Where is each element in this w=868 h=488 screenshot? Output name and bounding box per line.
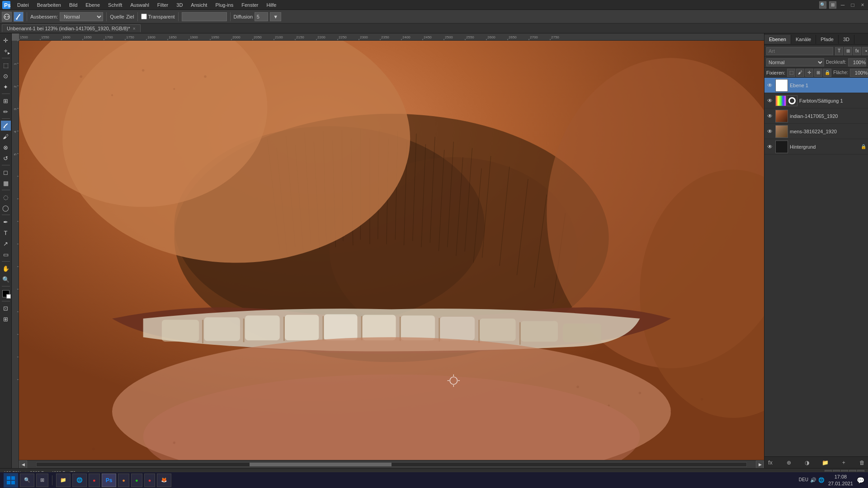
text-tool[interactable]: T [1,228,11,238]
search-icon[interactable]: 🔍 [819,1,826,9]
blend-mode-select[interactable]: Normal [766,58,824,66]
menu-plugins[interactable]: Plug-ins [212,1,237,9]
layer-visibility-ebene1[interactable]: 👁 [766,82,774,89]
tab-kanaele[interactable]: Kanäle [791,35,816,44]
taskbar-app-3[interactable]: ● [118,474,129,487]
layer-delete-button[interactable]: 🗑 [858,459,866,467]
menu-bild[interactable]: Bild [66,1,81,9]
layers-filter-input[interactable] [766,47,833,55]
taskbar-ps-app[interactable]: Ps [102,474,117,487]
layer-visibility-hintergrund[interactable]: 👁 [766,143,774,150]
eyedropper-tool[interactable]: ✏ [1,107,11,117]
canvas-area[interactable] [19,41,764,460]
volume-icon[interactable]: 🔊 [810,477,816,483]
foreground-color[interactable] [2,290,9,297]
tool-preset-picker[interactable] [2,12,12,22]
taskbar-firefox[interactable]: 🦊 [157,474,171,487]
tab-close-button[interactable]: × [133,26,136,31]
lock-move-icon[interactable]: ✛ [805,69,813,77]
history-brush[interactable]: ↺ [1,153,11,163]
crop-tool[interactable]: ⊞ [1,96,11,106]
menu-datei[interactable]: Datei [14,1,33,9]
document-tab[interactable]: Unbenannt-1 bei 123% (indian-1417065_192… [2,24,141,32]
pattern-input[interactable] [182,12,227,21]
menu-ansicht[interactable]: Ansicht [187,1,211,9]
scrollbar-thumb[interactable] [250,463,392,466]
layer-row-hintergrund[interactable]: 👁 Hintergrund 🔒 [764,139,868,155]
brush-tool[interactable]: 🖌 [1,131,11,141]
scrollbar-track[interactable] [36,462,747,467]
transparent-checkbox[interactable] [141,14,147,19]
shape-tool[interactable]: ▭ [1,249,11,259]
tab-ebenen[interactable]: Ebenen [764,35,791,44]
diffusion-value[interactable]: 5 [255,12,268,21]
menu-filter[interactable]: Filter [154,1,172,9]
lock-artboard-icon[interactable]: ⊞ [814,69,822,77]
clone-stamp[interactable]: ⊗ [1,142,11,152]
filter-adjust-icon[interactable]: ⊞ [844,47,852,55]
eraser-tool[interactable]: ◻ [1,167,11,177]
tab-3d[interactable]: 3D [839,35,854,44]
layer-visibility-hue[interactable]: 👁 [766,97,774,104]
tab-pfade[interactable]: Pfade [816,35,839,44]
filter-color-icon[interactable]: ▪ [862,47,868,55]
lasso-tool[interactable]: ⊙ [1,71,11,81]
diffusion-dropdown[interactable]: ▼ [270,12,281,21]
filter-type-icon[interactable]: T [835,47,843,55]
layer-new-button[interactable]: + [840,459,848,467]
lock-draw-icon[interactable]: 🖌 [796,69,804,77]
layer-row-mens[interactable]: 👁 mens-3816224_1920 [764,124,868,139]
mode-select[interactable]: Normal Inhaltsbasiert [60,12,103,21]
background-color[interactable] [6,294,11,299]
blur-tool[interactable]: ◌ [1,192,11,202]
taskbar-task-view[interactable]: ⊞ [36,474,48,487]
screen-mode[interactable]: ⊞ [1,314,11,324]
minimize-button[interactable]: ─ [839,1,846,9]
menu-bearbeiten[interactable]: Bearbeiten [33,1,65,9]
quick-mask-mode[interactable]: ⊡ [1,303,11,313]
gradient-tool[interactable]: ▦ [1,178,11,188]
menu-auswahl[interactable]: Auswahl [127,1,153,9]
scroll-left-button[interactable]: ◀ [19,460,27,469]
path-select-tool[interactable]: ↗ [1,239,11,249]
quick-select-tool[interactable]: ✦ [1,82,11,92]
menu-ebene[interactable]: Ebene [82,1,104,9]
menu-hilfe[interactable]: Hilfe [263,1,280,9]
menu-schrift[interactable]: Schrift [104,1,126,9]
hand-tool[interactable]: ✋ [1,263,11,273]
windows-start-button[interactable] [4,473,18,488]
menu-fenster[interactable]: Fenster [238,1,262,9]
taskbar-search[interactable]: 🔍 [20,474,34,487]
taskbar-file-explorer[interactable]: 📁 [56,474,71,487]
taskbar-clock[interactable]: 17:08 27.01.2021 [828,474,853,487]
brush-settings-icon[interactable] [14,12,24,22]
move-tool[interactable]: ✛ [1,35,11,45]
scroll-right-button[interactable]: ▶ [756,460,764,469]
layer-row-hue[interactable]: 👁 Farbton/Sättigung 1 [764,93,868,108]
menu-3d[interactable]: 3D [173,1,186,9]
notification-button[interactable]: 💬 [857,477,864,484]
filter-fx-icon[interactable]: fx [853,47,861,55]
taskbar-ps-red[interactable]: ● [89,474,100,487]
artboard-tool[interactable]: ✛▶ [1,46,11,56]
taskbar-edge[interactable]: 🌐 [72,474,87,487]
rectangular-marquee[interactable]: ⬚ [1,60,11,70]
layer-fx-button[interactable]: fx [766,459,774,467]
lock-all-icon[interactable]: 🔒 [823,69,831,77]
layer-visibility-indian[interactable]: 👁 [766,113,774,120]
dodge-tool[interactable]: ◯ [1,203,11,213]
layer-row-ebene1[interactable]: 👁 Ebene 1 [764,78,868,93]
fill-input[interactable]: 100% [850,69,868,77]
layer-visibility-mens[interactable]: 👁 [766,128,774,135]
layer-mask-button[interactable]: ⊕ [785,459,793,467]
arrange-icon[interactable]: ⊞ [829,1,836,9]
maximize-button[interactable]: □ [849,1,856,9]
opacity-input[interactable]: 100% [848,58,866,66]
pen-tool[interactable]: ✒ [1,217,11,227]
taskbar-app-5[interactable]: ● [144,474,156,487]
layer-adjust-button[interactable]: ◑ [803,459,811,467]
zoom-tool[interactable]: 🔍 [1,274,11,284]
layer-folder-button[interactable]: 📁 [821,459,830,467]
layer-row-indian[interactable]: 👁 indian-1417065_1920 [764,108,868,124]
network-icon[interactable]: 🌐 [818,477,825,483]
